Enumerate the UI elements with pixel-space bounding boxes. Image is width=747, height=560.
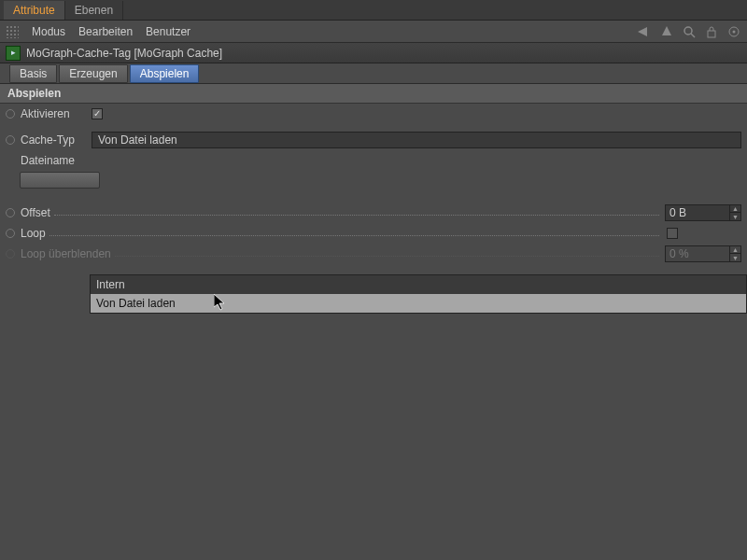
input-loop-blend xyxy=(666,247,729,260)
dropdown-option-intern[interactable]: Intern xyxy=(91,275,746,294)
row-filename: Dateiname xyxy=(0,150,747,171)
nav-back-icon[interactable] xyxy=(637,24,652,39)
section-play-header: Abspielen xyxy=(0,84,747,104)
spinner-offset[interactable]: ▲▼ xyxy=(729,204,740,221)
tab-generate[interactable]: Erzeugen xyxy=(59,64,127,83)
keyframe-dot[interactable] xyxy=(6,135,15,145)
row-loop: Loop xyxy=(0,223,747,244)
row-filepath xyxy=(0,171,747,189)
svg-point-6 xyxy=(733,30,736,33)
panel-tabs: Attribute Ebenen xyxy=(0,0,747,21)
row-cache-type: Cache-Typ Von Datei laden xyxy=(0,130,747,150)
spinner-down-icon[interactable]: ▼ xyxy=(730,213,740,221)
settings-icon[interactable] xyxy=(726,24,741,39)
dropdown-cache-type[interactable]: Von Datei laden xyxy=(92,132,741,148)
spinner-down-icon: ▼ xyxy=(730,254,740,262)
checkbox-activate[interactable]: ✓ xyxy=(92,108,103,119)
field-offset[interactable]: ▲▼ xyxy=(665,204,741,221)
keyframe-dot xyxy=(6,249,15,259)
spinner-up-icon: ▲ xyxy=(730,245,740,254)
search-icon[interactable] xyxy=(682,24,697,39)
menu-edit[interactable]: Bearbeiten xyxy=(78,25,133,38)
menu-user[interactable]: Benutzer xyxy=(146,25,190,38)
tab-play[interactable]: Abspielen xyxy=(130,64,200,83)
keyframe-dot[interactable] xyxy=(6,109,15,119)
row-loop-blend: Loop überblenden ▲▼ xyxy=(0,244,747,264)
file-browse-button[interactable] xyxy=(20,172,100,189)
svg-marker-1 xyxy=(662,26,671,35)
label-filename: Dateiname xyxy=(21,154,92,167)
keyframe-dot[interactable] xyxy=(6,208,15,217)
dropdown-option-load-file[interactable]: Von Datei laden xyxy=(91,294,746,313)
svg-marker-0 xyxy=(638,27,647,36)
object-title: MoGraph-Cache-Tag [MoGraph Cache] xyxy=(26,47,222,60)
spinner-up-icon[interactable]: ▲ xyxy=(730,204,740,213)
attributes-panel: Aktivieren ✓ Cache-Typ Von Datei laden D… xyxy=(0,104,747,264)
mograph-cache-icon: ▸ xyxy=(6,46,21,61)
tab-attribute[interactable]: Attribute xyxy=(4,1,65,20)
label-loop-blend: Loop überblenden xyxy=(21,247,111,260)
label-cache-type: Cache-Typ xyxy=(21,133,92,147)
grip-icon[interactable] xyxy=(6,25,19,38)
label-offset: Offset xyxy=(21,206,50,219)
tab-basic[interactable]: Basis xyxy=(9,64,57,83)
menu-mode[interactable]: Modus xyxy=(32,25,65,38)
spinner-loop-blend: ▲▼ xyxy=(729,245,740,262)
lock-icon[interactable] xyxy=(704,24,719,39)
attribute-tabs: Basis Erzeugen Abspielen xyxy=(0,63,747,84)
svg-rect-4 xyxy=(708,31,715,37)
row-activate: Aktivieren ✓ xyxy=(0,104,747,124)
menu-bar: Modus Bearbeiten Benutzer xyxy=(0,21,747,43)
field-loop-blend: ▲▼ xyxy=(665,245,741,262)
dropdown-cache-type-list: Intern Von Datei laden xyxy=(90,274,747,314)
svg-point-2 xyxy=(684,27,692,35)
nav-up-icon[interactable] xyxy=(659,24,674,39)
tab-layers[interactable]: Ebenen xyxy=(65,1,123,20)
keyframe-dot[interactable] xyxy=(6,229,15,238)
input-offset[interactable] xyxy=(666,206,729,219)
row-offset: Offset ▲▼ xyxy=(0,203,747,223)
object-header: ▸ MoGraph-Cache-Tag [MoGraph Cache] xyxy=(0,43,747,63)
checkbox-loop[interactable] xyxy=(667,228,678,239)
svg-line-3 xyxy=(691,34,695,37)
label-activate: Aktivieren xyxy=(21,107,92,120)
label-loop: Loop xyxy=(21,227,46,240)
